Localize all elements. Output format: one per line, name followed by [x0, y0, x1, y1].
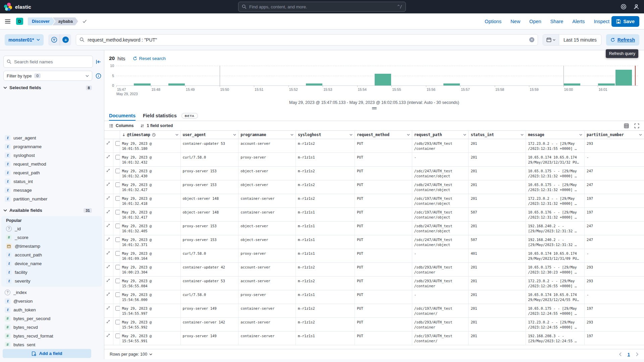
field-item-message[interactable]: tmessage — [0, 186, 104, 194]
selected-fields-header[interactable]: Selected fields 8 — [3, 85, 92, 90]
reset-search-link[interactable]: Reset search — [133, 56, 166, 61]
histogram-bar[interactable] — [598, 83, 614, 85]
field-item-device_name[interactable]: tdevice_name — [1, 259, 102, 268]
row-checkbox[interactable] — [113, 235, 120, 249]
field-item-severity[interactable]: tseverity — [1, 277, 102, 285]
sort-fields-button[interactable]: 1 field sorted — [140, 123, 173, 128]
row-checkbox[interactable] — [113, 208, 120, 222]
filter-by-type-select[interactable]: Filter by type 0 — [3, 71, 92, 81]
expand-row-button[interactable] — [104, 222, 113, 235]
expand-row-button[interactable] — [104, 180, 113, 194]
histogram-bar[interactable] — [168, 83, 185, 85]
field-item-_index[interactable]: ?_index — [0, 288, 104, 297]
field-search-input[interactable] — [14, 59, 90, 64]
refresh-button[interactable]: Refresh — [606, 34, 639, 46]
field-item-request_method[interactable]: trequest_method — [0, 160, 104, 168]
tab-field-statistics[interactable]: Field statistics — [143, 111, 177, 121]
column-header-request_method[interactable]: request_method — [355, 131, 412, 139]
elastic-logo[interactable]: elastic — [0, 3, 31, 11]
date-picker-button[interactable] — [543, 35, 559, 45]
menu-link-options[interactable]: Options — [485, 19, 501, 24]
query-input[interactable]: ✕ — [76, 34, 538, 46]
histogram-bar[interactable] — [134, 83, 150, 85]
column-header-user_agent[interactable]: user_agent — [180, 131, 238, 139]
expand-row-button[interactable] — [104, 290, 113, 304]
row-checkbox[interactable] — [113, 153, 120, 167]
menu-icon[interactable] — [5, 18, 11, 24]
next-page-button[interactable] — [636, 352, 639, 356]
space-avatar[interactable]: D — [16, 18, 23, 25]
global-search[interactable]: ^/ — [238, 2, 406, 12]
saved-query-menu-button[interactable] — [48, 34, 60, 46]
clear-query-icon[interactable]: ✕ — [529, 37, 534, 42]
expand-row-button[interactable] — [104, 167, 113, 180]
column-header-@timestamp[interactable]: @timestamp — [120, 131, 180, 139]
expand-row-button[interactable] — [104, 318, 113, 331]
field-item-bytes_recvd_format[interactable]: #bytes_recvd_format — [0, 331, 104, 340]
field-item-account_path[interactable]: taccount_path — [1, 250, 102, 259]
column-header-request_path[interactable]: request_path — [412, 131, 469, 139]
row-checkbox[interactable] — [113, 277, 120, 290]
time-range-value[interactable]: Last 15 minutes — [559, 37, 601, 43]
field-item-bytes_recvd[interactable]: #bytes_recvd — [0, 323, 104, 331]
collapse-sidebar-icon[interactable] — [96, 59, 101, 65]
expand-row-button[interactable] — [104, 263, 113, 277]
expand-row-button[interactable] — [104, 235, 113, 249]
add-field-button[interactable]: Add a field — [3, 349, 91, 358]
ring-icon[interactable] — [621, 4, 627, 10]
field-item-bytes_per_second[interactable]: #bytes_per_second — [0, 314, 104, 323]
field-item-facility[interactable]: tfacility — [1, 268, 102, 277]
field-item-request_path[interactable]: trequest_path — [0, 168, 104, 177]
expand-row-button[interactable] — [104, 153, 113, 167]
breadcrumb-discover[interactable]: Discover — [28, 17, 55, 25]
field-item-programname[interactable]: tprogramname — [0, 142, 104, 151]
page-number[interactable]: 1 — [628, 352, 630, 357]
expand-row-button[interactable] — [104, 249, 113, 263]
field-item-sysloghost[interactable]: tsysloghost — [0, 151, 104, 160]
query-input-field[interactable] — [88, 37, 526, 43]
rows-per-page-button[interactable]: Rows per page: 100 — [110, 352, 152, 357]
histogram-bar[interactable] — [615, 70, 632, 85]
column-header-sysloghost[interactable]: sysloghost — [296, 131, 355, 139]
menu-link-new[interactable]: New — [511, 19, 520, 24]
user-icon[interactable] — [633, 4, 639, 10]
expand-row-button[interactable] — [104, 139, 113, 153]
field-item-@version[interactable]: t@version — [0, 297, 104, 305]
expand-row-button[interactable] — [104, 345, 113, 346]
row-checkbox[interactable] — [113, 318, 120, 331]
display-options-icon[interactable] — [624, 123, 629, 128]
field-item-auth_token[interactable]: tauth_token — [0, 305, 104, 314]
row-checkbox[interactable] — [113, 290, 120, 304]
field-list-info-icon[interactable] — [96, 73, 101, 79]
field-item-bytes_sent[interactable]: #bytes_sent — [0, 340, 104, 347]
row-checkbox[interactable] — [113, 222, 120, 235]
expand-row-button[interactable] — [104, 304, 113, 318]
row-checkbox[interactable] — [113, 167, 120, 180]
row-checkbox[interactable] — [113, 263, 120, 277]
field-item-user_agent[interactable]: tuser_agent — [0, 133, 104, 142]
available-fields-header[interactable]: Available fields 31 — [3, 208, 92, 213]
resize-handle[interactable] — [104, 106, 644, 111]
row-checkbox[interactable] — [113, 304, 120, 318]
breadcrumb-saved-search[interactable]: aybaba — [53, 17, 78, 25]
data-view-picker[interactable]: monster01* — [5, 34, 44, 46]
menu-link-inspect[interactable]: Inspect — [594, 19, 609, 24]
menu-link-share[interactable]: Share — [550, 19, 564, 24]
field-search[interactable] — [3, 56, 93, 68]
tab-documents[interactable]: Documents — [109, 111, 136, 121]
columns-button[interactable]: Columns — [109, 123, 133, 128]
row-checkbox[interactable] — [113, 331, 120, 345]
row-checkbox[interactable] — [113, 345, 120, 346]
field-item-_id[interactable]: ?_id — [1, 224, 102, 233]
menu-link-alerts[interactable]: Alerts — [572, 19, 585, 24]
fullscreen-icon[interactable] — [634, 123, 639, 128]
column-header-status_int[interactable]: status_int — [469, 131, 526, 139]
expand-row-button[interactable] — [104, 208, 113, 222]
histogram-bar[interactable] — [375, 74, 391, 85]
column-header-partition_number[interactable]: partition_number — [585, 131, 644, 139]
global-search-input[interactable] — [249, 4, 395, 9]
histogram-bar[interactable] — [443, 83, 460, 85]
histogram-bar[interactable] — [564, 83, 580, 85]
column-header-programname[interactable]: programname — [238, 131, 296, 139]
previous-page-button[interactable] — [619, 352, 622, 356]
